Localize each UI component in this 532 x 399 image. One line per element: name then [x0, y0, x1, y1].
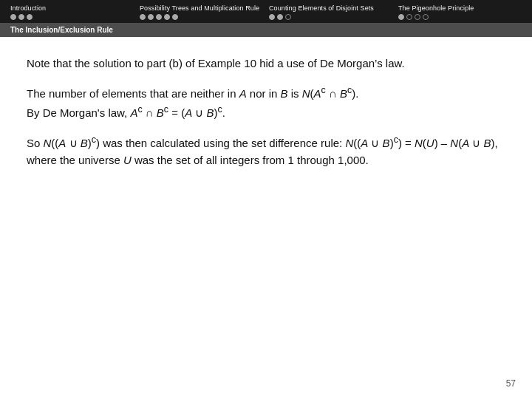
nav-section-title-possibility-trees: Possibility Trees and Multiplication Rul…	[140, 4, 259, 12]
nav-section-title-pigeonhole: The Pigeonhole Principle	[398, 4, 474, 12]
nav-dots-introduction	[10, 14, 33, 20]
nav-dot[interactable]	[285, 14, 291, 20]
nav-section-counting-elements[interactable]: Counting Elements of Disjoint Sets	[266, 4, 395, 20]
main-content: Note that the solution to part (b) of Ex…	[0, 37, 532, 182]
nav-dot[interactable]	[148, 14, 154, 20]
nav-dots-possibility-trees	[140, 14, 178, 20]
nav-dot[interactable]	[140, 14, 146, 20]
nav-dot[interactable]	[269, 14, 275, 20]
nav-dot[interactable]	[415, 14, 420, 20]
nav-dot[interactable]	[18, 14, 24, 20]
nav-dot[interactable]	[406, 14, 412, 20]
nav-bar: Introduction Possibility Trees and Multi…	[0, 0, 532, 23]
page-number: 57	[506, 378, 516, 389]
nav-dot[interactable]	[10, 14, 16, 20]
nav-dots-counting-elements	[269, 14, 291, 20]
nav-dot[interactable]	[27, 14, 33, 20]
paragraph-2-text-2: By De Morgan's law, Ac ∩ Bc = (A ∪ B)c.	[27, 106, 225, 119]
nav-dot[interactable]	[398, 14, 404, 20]
paragraph-3: So N((A ∪ B)c) was then calculated using…	[27, 133, 505, 169]
nav-dot[interactable]	[164, 14, 170, 20]
nav-section-title-introduction: Introduction	[10, 4, 46, 12]
nav-section-introduction[interactable]: Introduction	[7, 4, 137, 20]
paragraph-2: The number of elements that are neither …	[27, 83, 505, 121]
nav-section-title-counting-elements: Counting Elements of Disjoint Sets	[269, 4, 374, 12]
nav-dots-pigeonhole	[398, 14, 429, 20]
nav-dot[interactable]	[156, 14, 162, 20]
paragraph-3-text: So N((A ∪ B)c) was then calculated using…	[27, 137, 498, 166]
nav-section-pigeonhole[interactable]: The Pigeonhole Principle	[395, 4, 525, 20]
section-bar-label: The Inclusion/Exclusion Rule	[10, 26, 113, 34]
nav-section-possibility-trees[interactable]: Possibility Trees and Multiplication Rul…	[137, 4, 266, 20]
nav-dot[interactable]	[172, 14, 178, 20]
paragraph-1: Note that the solution to part (b) of Ex…	[27, 55, 505, 72]
nav-dot[interactable]	[423, 14, 429, 20]
nav-dot[interactable]	[277, 14, 283, 20]
paragraph-2-text: The number of elements that are neither …	[27, 87, 358, 100]
section-bar: The Inclusion/Exclusion Rule	[0, 23, 532, 37]
paragraph-1-text: Note that the solution to part (b) of Ex…	[27, 57, 405, 69]
